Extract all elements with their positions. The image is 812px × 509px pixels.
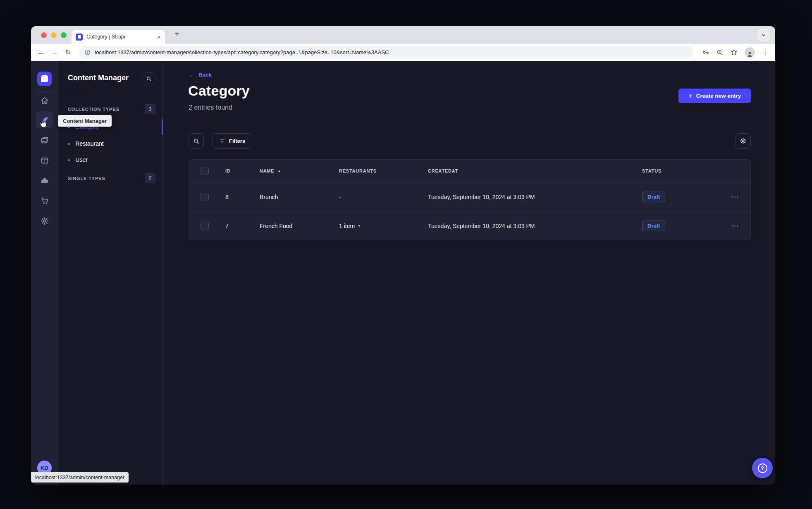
- table-row[interactable]: 8 Brunch - ▾ Tuesday, September 10, 2024…: [189, 182, 750, 211]
- collection-types-count-badge: 3: [145, 104, 155, 114]
- view-settings-button[interactable]: [736, 133, 751, 149]
- single-types-label: SINGLE TYPES: [68, 176, 105, 181]
- mouse-cursor-icon: [38, 119, 47, 129]
- select-all-checkbox[interactable]: [201, 167, 209, 175]
- status-badge: Draft: [642, 221, 665, 231]
- strapi-logo-mark-icon: [41, 75, 48, 82]
- filter-icon: [219, 138, 225, 144]
- close-window-button[interactable]: [41, 32, 47, 38]
- tab-title: Category | Strapi: [86, 34, 153, 40]
- row-checkbox[interactable]: [201, 193, 209, 201]
- layout-icon: [40, 156, 49, 165]
- browser-tab[interactable]: Category | Strapi ×: [72, 30, 165, 44]
- browser-toolbar: ← → ↻ localhost:1337/admin/content-manag…: [31, 44, 775, 61]
- subnav-item-label: User: [75, 156, 88, 163]
- collection-types-label: COLLECTION TYPES: [68, 107, 119, 112]
- column-header-restaurants[interactable]: RESTAURANTS: [334, 168, 423, 173]
- nav-tooltip: Content Manager: [58, 115, 112, 127]
- browser-window: Category | Strapi × + ← → ↻ localhost:13…: [31, 26, 775, 485]
- cell-restaurants: - ▾: [334, 194, 423, 200]
- url-text: localhost:1337/admin/content-manager/col…: [95, 49, 389, 55]
- subnav-item-label: Restaurant: [75, 140, 103, 147]
- browser-menu-icon[interactable]: ⋮: [762, 49, 769, 56]
- filters-label: Filters: [229, 138, 245, 144]
- bookmark-star-icon[interactable]: [730, 48, 738, 56]
- create-button-label: Create new entry: [696, 93, 741, 99]
- nav-marketplace-button[interactable]: [36, 192, 53, 209]
- back-link[interactable]: ← Back: [189, 71, 212, 78]
- gear-icon: [40, 216, 49, 226]
- browser-profile-avatar[interactable]: [745, 47, 755, 58]
- search-icon: [193, 138, 200, 144]
- subnav-item-user[interactable]: • User: [68, 153, 88, 166]
- nav-cloud-button[interactable]: [36, 172, 53, 189]
- row-actions-menu[interactable]: ⋯: [727, 221, 743, 230]
- arrow-left-icon: ←: [189, 71, 195, 78]
- single-types-count-badge: 0: [145, 173, 155, 183]
- plus-icon: +: [688, 92, 693, 99]
- cell-createdat: Tuesday, September 10, 2024 at 3:03 PM: [423, 194, 637, 200]
- nav-home-button[interactable]: [36, 92, 53, 109]
- column-header-name[interactable]: NAME▲: [255, 168, 334, 173]
- column-header-status[interactable]: STATUS: [637, 168, 720, 173]
- column-header-id[interactable]: ID: [220, 168, 255, 173]
- media-images-icon: [40, 136, 49, 145]
- entries-table: ID NAME▲ RESTAURANTS CREATEDAT STATUS 8 …: [189, 159, 751, 240]
- bullet-icon: •: [68, 141, 70, 147]
- cell-createdat: Tuesday, September 10, 2024 at 3:03 PM: [423, 223, 637, 229]
- cell-name: Brunch: [255, 194, 334, 200]
- minimize-window-button[interactable]: [51, 32, 57, 38]
- browser-back-button[interactable]: ←: [38, 49, 45, 56]
- page-title: Category: [188, 83, 250, 99]
- address-bar[interactable]: localhost:1337/admin/content-manager/col…: [79, 46, 693, 58]
- shopping-cart-icon: [40, 196, 49, 205]
- entries-count: 2 entries found: [189, 104, 232, 111]
- nav-content-type-builder-button[interactable]: [36, 152, 53, 169]
- filters-button[interactable]: Filters: [212, 133, 252, 149]
- new-tab-button[interactable]: +: [172, 29, 182, 39]
- table-row[interactable]: 7 French Food 1 item ▾ Tuesday, Septembe…: [189, 211, 750, 240]
- gear-icon: [740, 137, 747, 144]
- site-info-icon[interactable]: [84, 49, 91, 55]
- strapi-favicon-icon: [76, 34, 83, 41]
- table-search-button[interactable]: [189, 133, 204, 149]
- cloud-icon: [40, 176, 49, 185]
- cell-id: 8: [220, 194, 255, 200]
- sort-asc-icon: ▲: [277, 169, 281, 173]
- table-header-row: ID NAME▲ RESTAURANTS CREATEDAT STATUS: [189, 160, 750, 182]
- tab-search-button[interactable]: [757, 29, 770, 41]
- nav-settings-button[interactable]: [36, 212, 53, 229]
- strapi-app: KD Content Manager COLLECTION TYPES 3 • …: [31, 61, 775, 485]
- row-actions-menu[interactable]: ⋯: [727, 192, 743, 202]
- create-new-entry-button[interactable]: + Create new entry: [678, 89, 751, 103]
- tab-close-icon[interactable]: ×: [157, 34, 161, 40]
- active-item-indicator: [162, 119, 163, 135]
- strapi-logo[interactable]: [37, 72, 52, 86]
- caret-down-icon[interactable]: ▾: [358, 223, 360, 228]
- subnav-item-restaurant[interactable]: • Restaurant: [68, 137, 104, 150]
- subnav-title: Content Manager: [68, 74, 129, 82]
- subnav-search-button[interactable]: [143, 72, 155, 85]
- back-label: Back: [198, 72, 212, 78]
- subnav-divider: [68, 92, 84, 92]
- question-mark-icon: ?: [758, 463, 767, 473]
- status-link-preview: localhost:1337/admin/content-manager: [31, 472, 129, 483]
- password-key-icon[interactable]: [702, 48, 709, 56]
- browser-forward-button[interactable]: →: [51, 49, 58, 56]
- nav-media-library-button[interactable]: [36, 132, 53, 149]
- status-badge: Draft: [642, 192, 665, 202]
- help-button[interactable]: ?: [752, 458, 773, 478]
- home-icon: [40, 96, 49, 105]
- browser-titlebar: Category | Strapi × +: [31, 26, 775, 44]
- bullet-icon: •: [68, 157, 70, 163]
- cell-name: French Food: [255, 223, 334, 229]
- column-header-createdat[interactable]: CREATEDAT: [423, 168, 637, 173]
- search-icon: [146, 76, 152, 82]
- browser-reload-button[interactable]: ↻: [65, 49, 71, 56]
- main-content: ← Back Category 2 entries found + Create…: [163, 61, 775, 485]
- row-checkbox[interactable]: [201, 222, 209, 230]
- zoom-page-icon[interactable]: [716, 49, 724, 56]
- window-controls: [41, 32, 67, 38]
- cell-id: 7: [220, 223, 255, 229]
- fullscreen-window-button[interactable]: [61, 32, 67, 38]
